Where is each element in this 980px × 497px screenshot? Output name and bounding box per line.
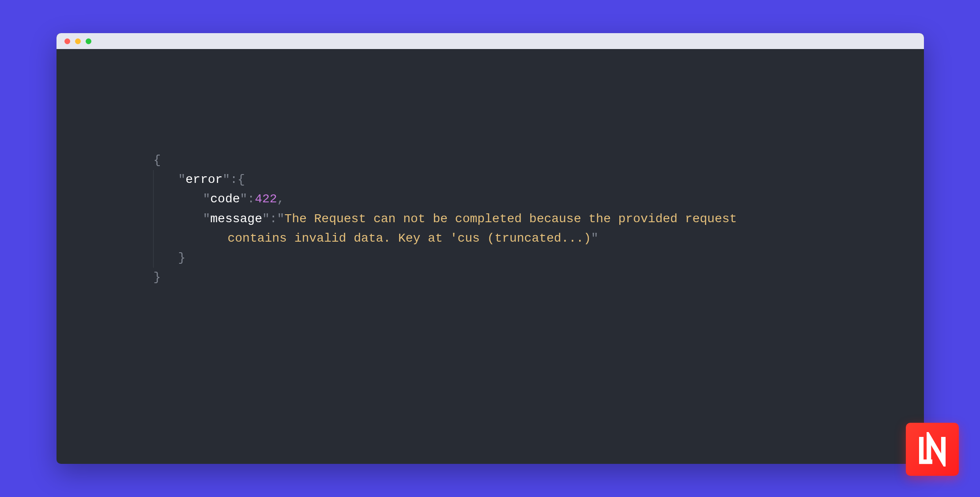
code-line: { (154, 151, 924, 170)
code-line: "error":{ (153, 170, 924, 190)
close-icon[interactable] (64, 38, 70, 44)
code-editor: {"error":{"code":422,"message":"The Requ… (57, 49, 924, 288)
code-token: code (210, 192, 240, 206)
code-token: " (203, 212, 211, 226)
code-line: } (153, 248, 924, 268)
code-line: contains invalid data. Key at 'cus (trun… (153, 229, 924, 248)
code-token: } (154, 270, 161, 284)
code-token: } (178, 251, 186, 265)
code-token: ":" (262, 212, 284, 226)
code-token: { (154, 153, 161, 167)
code-token: contains invalid data. Key at 'cus (trun… (228, 231, 591, 245)
code-token: 422 (255, 192, 277, 206)
logo-icon (915, 432, 950, 467)
code-token: message (210, 212, 262, 226)
code-line: "code":422, (153, 190, 924, 209)
code-token: " (203, 192, 211, 206)
minimize-icon[interactable] (75, 38, 81, 44)
code-token: " (591, 231, 599, 245)
code-token: ":{ (222, 173, 245, 186)
code-window: {"error":{"code":422,"message":"The Requ… (57, 33, 924, 464)
code-token: error (185, 173, 222, 186)
code-token: , (277, 192, 285, 206)
code-line: } (154, 268, 924, 287)
brand-logo (906, 423, 959, 476)
window-titlebar (57, 33, 924, 49)
code-token: " (178, 173, 186, 186)
code-token: ": (240, 192, 255, 206)
maximize-icon[interactable] (86, 38, 91, 44)
code-line: "message":"The Request can not be comple… (153, 209, 924, 229)
code-token: The Request can not be completed because… (284, 212, 737, 226)
